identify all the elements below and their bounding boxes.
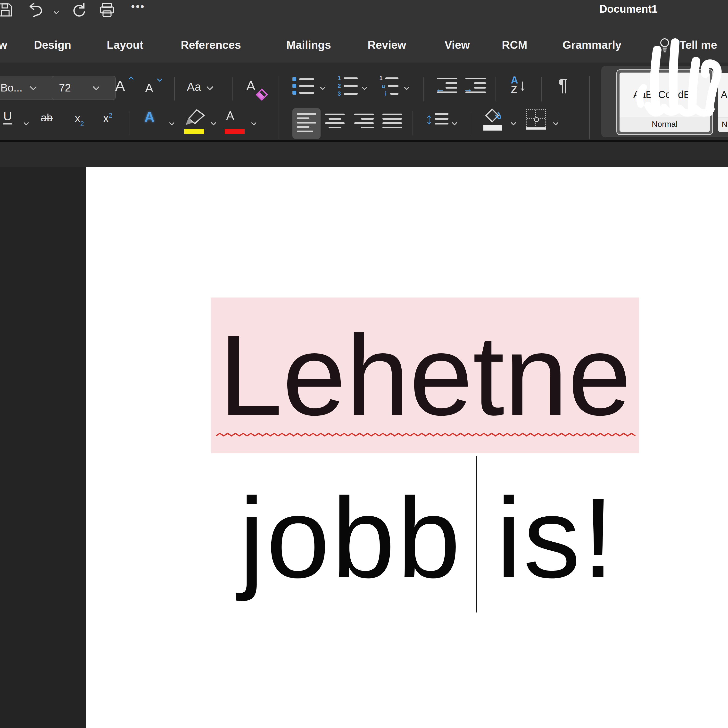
doc-heading-highlighted[interactable]: Lehetne [211, 298, 639, 453]
align-left-button[interactable] [292, 108, 321, 139]
font-size-value: 72 [59, 82, 71, 94]
shading-color-swatch [483, 125, 502, 130]
more-commands-button[interactable]: ••• [131, 0, 145, 12]
divider [541, 77, 541, 101]
font-color-swatch [225, 129, 245, 134]
text-effects-icon: A [144, 109, 154, 125]
line-spacing-button[interactable]: ↕ [425, 110, 448, 128]
undo-dropdown[interactable] [54, 10, 58, 15]
bullet-square-icon [292, 77, 296, 81]
tab-mailings[interactable]: Mailings [286, 38, 331, 52]
font-color-dropdown[interactable] [252, 121, 256, 126]
tab-review[interactable]: Review [368, 38, 406, 52]
section-divider [589, 76, 590, 139]
chevron-down-icon [54, 9, 59, 15]
text-effects-dropdown[interactable] [170, 121, 174, 126]
underline-button[interactable]: U [3, 110, 12, 123]
sort-a: A [511, 75, 518, 85]
sort-button[interactable]: A Z ↓ [511, 75, 526, 95]
borders-icon [526, 109, 546, 129]
doc-body-line[interactable]: jobb is! [239, 481, 616, 595]
chevron-down-icon [553, 120, 558, 126]
tab-design[interactable]: Design [34, 38, 71, 52]
tab-draw-partial[interactable]: w [0, 38, 7, 52]
pilcrow-icon: ¶ [558, 75, 567, 95]
number-3: 3 [337, 90, 342, 97]
tab-grammarly[interactable]: Grammarly [563, 38, 621, 52]
align-center-button[interactable] [325, 113, 344, 128]
borders-dropdown[interactable] [554, 121, 558, 126]
superscript-button[interactable]: x2 [103, 112, 112, 125]
bullet-list-dropdown[interactable] [321, 86, 325, 90]
align-right-button[interactable] [354, 113, 374, 128]
hand-cursor-icon [631, 29, 728, 130]
numbered-list-dropdown[interactable] [362, 86, 366, 90]
clear-formatting-icon: A [246, 78, 255, 93]
font-name-combo[interactable]: Bo... [0, 76, 60, 100]
align-justify-button[interactable] [382, 113, 402, 128]
highlight-color-swatch [184, 129, 204, 134]
divider [130, 111, 130, 135]
save-button[interactable] [0, 2, 14, 19]
subscript-icon: x [75, 112, 80, 124]
undo-button[interactable] [27, 2, 44, 19]
divider [496, 77, 496, 101]
highlight-dropdown[interactable] [212, 121, 216, 126]
chevron-down-icon [93, 84, 99, 90]
chevron-down-icon [251, 120, 257, 126]
chevron-down-icon [362, 85, 367, 90]
text-caret [476, 456, 477, 612]
tab-references[interactable]: References [181, 38, 241, 52]
underline-dropdown[interactable] [24, 121, 28, 126]
divider [232, 77, 233, 101]
subscript-button[interactable]: x2 [75, 112, 84, 125]
number-2: 2 [337, 83, 342, 89]
redo-button[interactable] [71, 2, 87, 19]
chevron-down-icon [211, 120, 216, 126]
tab-rcm[interactable]: RCM [502, 38, 527, 52]
strikethrough-button[interactable]: ab [41, 112, 53, 124]
clear-formatting-button[interactable]: A [246, 78, 255, 93]
arrow-left-icon: ← [435, 84, 445, 95]
shading-button[interactable] [483, 108, 502, 125]
borders-button[interactable] [526, 109, 546, 130]
chevron-down-icon [320, 85, 326, 90]
divider [470, 111, 470, 135]
bullet-list-button[interactable] [292, 77, 314, 95]
chevron-down-icon [511, 120, 516, 126]
multilevel-list-button[interactable]: 1 a i [379, 75, 398, 97]
numbered-list-button[interactable]: 1 2 3 [337, 75, 358, 97]
updown-arrow-icon: ↕ [425, 110, 433, 128]
section-divider [278, 76, 279, 139]
multilevel-list-dropdown[interactable] [405, 86, 408, 90]
chevron-down-icon [452, 120, 457, 126]
ribbon-lower-band [0, 142, 728, 167]
line-spacing-dropdown[interactable] [453, 121, 456, 126]
ellipsis-icon: ••• [131, 0, 145, 12]
font-color-icon: A [226, 109, 234, 122]
text-effects-button[interactable]: A [144, 109, 154, 125]
font-size-combo[interactable]: 72 [52, 76, 116, 100]
chevron-down-icon [206, 84, 213, 90]
grow-font-button[interactable]: A [115, 77, 125, 95]
shrink-font-button[interactable]: A [145, 81, 153, 95]
level-i: i [384, 90, 388, 97]
increase-indent-button[interactable]: → [465, 78, 486, 93]
tab-layout[interactable]: Layout [107, 38, 144, 52]
tab-view[interactable]: View [445, 38, 470, 52]
grow-font-icon: A [115, 77, 125, 94]
level-a: a [381, 83, 386, 89]
highlight-button[interactable] [183, 108, 205, 128]
font-color-button[interactable]: A [226, 109, 234, 123]
print-button[interactable] [99, 2, 115, 19]
decrease-indent-button[interactable]: ← [437, 78, 457, 93]
change-case-icon: Aa [187, 80, 201, 93]
change-case-button[interactable]: Aa [187, 80, 213, 93]
number-1: 1 [337, 75, 342, 81]
chevron-down-icon [404, 85, 410, 90]
divider [174, 77, 175, 101]
highlighter-icon [183, 124, 205, 128]
show-paragraph-marks-button[interactable]: ¶ [558, 75, 567, 95]
shading-dropdown[interactable] [512, 121, 515, 126]
level-1: 1 [379, 75, 384, 81]
